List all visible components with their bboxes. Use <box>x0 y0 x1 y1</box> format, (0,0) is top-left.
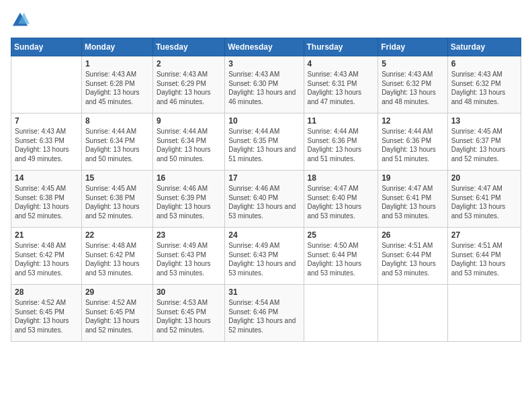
day-number: 19 <box>382 173 444 183</box>
header-cell-sunday: Sunday <box>11 38 82 56</box>
day-number: 6 <box>451 59 517 68</box>
day-cell: 3Sunrise: 4:43 AMSunset: 6:30 PMDaylight… <box>225 56 304 113</box>
day-number: 25 <box>308 230 375 240</box>
day-cell: 28Sunrise: 4:52 AMSunset: 6:45 PMDayligh… <box>11 285 82 342</box>
day-info: Sunrise: 4:45 AMSunset: 6:37 PMDaylight:… <box>451 127 517 163</box>
day-info: Sunrise: 4:47 AMSunset: 6:41 PMDaylight:… <box>451 184 517 220</box>
day-info: Sunrise: 4:43 AMSunset: 6:32 PMDaylight:… <box>451 70 517 106</box>
week-row-4: 28Sunrise: 4:52 AMSunset: 6:45 PMDayligh… <box>11 285 521 342</box>
header-cell-thursday: Thursday <box>304 38 378 56</box>
day-number: 27 <box>451 230 517 240</box>
week-row-1: 7Sunrise: 4:43 AMSunset: 6:33 PMDaylight… <box>11 113 521 171</box>
day-number: 18 <box>308 173 375 183</box>
day-number: 2 <box>157 59 221 68</box>
day-number: 9 <box>157 116 221 126</box>
day-cell <box>11 56 82 113</box>
day-cell: 13Sunrise: 4:45 AMSunset: 6:37 PMDayligh… <box>447 113 521 171</box>
day-number: 16 <box>157 173 221 183</box>
day-cell: 17Sunrise: 4:46 AMSunset: 6:40 PMDayligh… <box>225 171 304 228</box>
day-info: Sunrise: 4:44 AMSunset: 6:35 PMDaylight:… <box>228 127 300 163</box>
day-number: 8 <box>85 116 149 126</box>
day-info: Sunrise: 4:43 AMSunset: 6:31 PMDaylight:… <box>308 70 375 106</box>
day-info: Sunrise: 4:44 AMSunset: 6:36 PMDaylight:… <box>382 127 444 163</box>
day-number: 10 <box>228 116 300 126</box>
day-number: 20 <box>451 173 517 183</box>
week-row-3: 21Sunrise: 4:48 AMSunset: 6:42 PMDayligh… <box>11 228 521 285</box>
day-info: Sunrise: 4:46 AMSunset: 6:40 PMDaylight:… <box>228 184 300 220</box>
day-cell: 4Sunrise: 4:43 AMSunset: 6:31 PMDaylight… <box>304 56 378 113</box>
day-info: Sunrise: 4:53 AMSunset: 6:45 PMDaylight:… <box>157 298 221 334</box>
day-cell: 24Sunrise: 4:49 AMSunset: 6:43 PMDayligh… <box>225 228 304 285</box>
logo-icon <box>11 11 30 30</box>
day-info: Sunrise: 4:54 AMSunset: 6:46 PMDaylight:… <box>228 298 300 334</box>
day-cell: 6Sunrise: 4:43 AMSunset: 6:32 PMDaylight… <box>447 56 521 113</box>
day-number: 17 <box>228 173 300 183</box>
day-cell: 29Sunrise: 4:52 AMSunset: 6:45 PMDayligh… <box>81 285 152 342</box>
logo <box>11 11 32 30</box>
day-number: 23 <box>157 230 221 240</box>
header-cell-friday: Friday <box>378 38 448 56</box>
day-number: 4 <box>308 59 375 68</box>
day-cell: 18Sunrise: 4:47 AMSunset: 6:40 PMDayligh… <box>304 171 378 228</box>
day-number: 21 <box>15 230 78 240</box>
day-number: 11 <box>308 116 375 126</box>
header-cell-wednesday: Wednesday <box>225 38 304 56</box>
day-info: Sunrise: 4:45 AMSunset: 6:38 PMDaylight:… <box>85 184 149 220</box>
day-info: Sunrise: 4:44 AMSunset: 6:34 PMDaylight:… <box>157 127 221 163</box>
day-number: 28 <box>15 287 78 297</box>
day-cell: 26Sunrise: 4:51 AMSunset: 6:44 PMDayligh… <box>378 228 448 285</box>
day-cell <box>378 285 448 342</box>
day-info: Sunrise: 4:43 AMSunset: 6:32 PMDaylight:… <box>382 70 444 106</box>
day-number: 7 <box>15 116 78 126</box>
day-cell: 31Sunrise: 4:54 AMSunset: 6:46 PMDayligh… <box>225 285 304 342</box>
header-row: SundayMondayTuesdayWednesdayThursdayFrid… <box>11 38 521 56</box>
day-number: 15 <box>85 173 149 183</box>
day-number: 3 <box>228 59 300 68</box>
day-info: Sunrise: 4:43 AMSunset: 6:29 PMDaylight:… <box>157 70 221 106</box>
day-cell: 30Sunrise: 4:53 AMSunset: 6:45 PMDayligh… <box>152 285 224 342</box>
week-row-0: 1Sunrise: 4:43 AMSunset: 6:28 PMDaylight… <box>11 56 521 113</box>
day-info: Sunrise: 4:51 AMSunset: 6:44 PMDaylight:… <box>451 241 517 277</box>
day-cell: 12Sunrise: 4:44 AMSunset: 6:36 PMDayligh… <box>378 113 448 171</box>
day-info: Sunrise: 4:47 AMSunset: 6:41 PMDaylight:… <box>382 184 444 220</box>
day-cell: 22Sunrise: 4:48 AMSunset: 6:42 PMDayligh… <box>81 228 152 285</box>
day-info: Sunrise: 4:52 AMSunset: 6:45 PMDaylight:… <box>15 298 78 334</box>
day-info: Sunrise: 4:45 AMSunset: 6:38 PMDaylight:… <box>15 184 78 220</box>
day-number: 29 <box>85 287 149 297</box>
day-cell: 5Sunrise: 4:43 AMSunset: 6:32 PMDaylight… <box>378 56 448 113</box>
day-info: Sunrise: 4:50 AMSunset: 6:44 PMDaylight:… <box>308 241 375 277</box>
day-number: 26 <box>382 230 444 240</box>
day-cell: 8Sunrise: 4:44 AMSunset: 6:34 PMDaylight… <box>81 113 152 171</box>
day-cell: 19Sunrise: 4:47 AMSunset: 6:41 PMDayligh… <box>378 171 448 228</box>
header <box>11 11 521 30</box>
day-number: 5 <box>382 59 444 68</box>
day-number: 13 <box>451 116 517 126</box>
header-cell-saturday: Saturday <box>447 38 521 56</box>
day-cell <box>304 285 378 342</box>
day-info: Sunrise: 4:44 AMSunset: 6:34 PMDaylight:… <box>85 127 149 163</box>
day-cell: 14Sunrise: 4:45 AMSunset: 6:38 PMDayligh… <box>11 171 82 228</box>
header-cell-tuesday: Tuesday <box>152 38 224 56</box>
day-cell: 20Sunrise: 4:47 AMSunset: 6:41 PMDayligh… <box>447 171 521 228</box>
day-info: Sunrise: 4:49 AMSunset: 6:43 PMDaylight:… <box>157 241 221 277</box>
day-cell: 10Sunrise: 4:44 AMSunset: 6:35 PMDayligh… <box>225 113 304 171</box>
day-info: Sunrise: 4:48 AMSunset: 6:42 PMDaylight:… <box>85 241 149 277</box>
day-cell: 2Sunrise: 4:43 AMSunset: 6:29 PMDaylight… <box>152 56 224 113</box>
day-info: Sunrise: 4:48 AMSunset: 6:42 PMDaylight:… <box>15 241 78 277</box>
day-info: Sunrise: 4:47 AMSunset: 6:40 PMDaylight:… <box>308 184 375 220</box>
day-cell <box>447 285 521 342</box>
day-cell: 9Sunrise: 4:44 AMSunset: 6:34 PMDaylight… <box>152 113 224 171</box>
day-cell: 7Sunrise: 4:43 AMSunset: 6:33 PMDaylight… <box>11 113 82 171</box>
day-number: 30 <box>157 287 221 297</box>
day-info: Sunrise: 4:43 AMSunset: 6:33 PMDaylight:… <box>15 127 78 163</box>
header-cell-monday: Monday <box>81 38 152 56</box>
day-cell: 15Sunrise: 4:45 AMSunset: 6:38 PMDayligh… <box>81 171 152 228</box>
day-cell: 11Sunrise: 4:44 AMSunset: 6:36 PMDayligh… <box>304 113 378 171</box>
day-cell: 16Sunrise: 4:46 AMSunset: 6:39 PMDayligh… <box>152 171 224 228</box>
day-info: Sunrise: 4:44 AMSunset: 6:36 PMDaylight:… <box>308 127 375 163</box>
week-row-2: 14Sunrise: 4:45 AMSunset: 6:38 PMDayligh… <box>11 171 521 228</box>
day-cell: 27Sunrise: 4:51 AMSunset: 6:44 PMDayligh… <box>447 228 521 285</box>
calendar-table: SundayMondayTuesdayWednesdayThursdayFrid… <box>11 38 521 342</box>
day-info: Sunrise: 4:51 AMSunset: 6:44 PMDaylight:… <box>382 241 444 277</box>
day-number: 12 <box>382 116 444 126</box>
